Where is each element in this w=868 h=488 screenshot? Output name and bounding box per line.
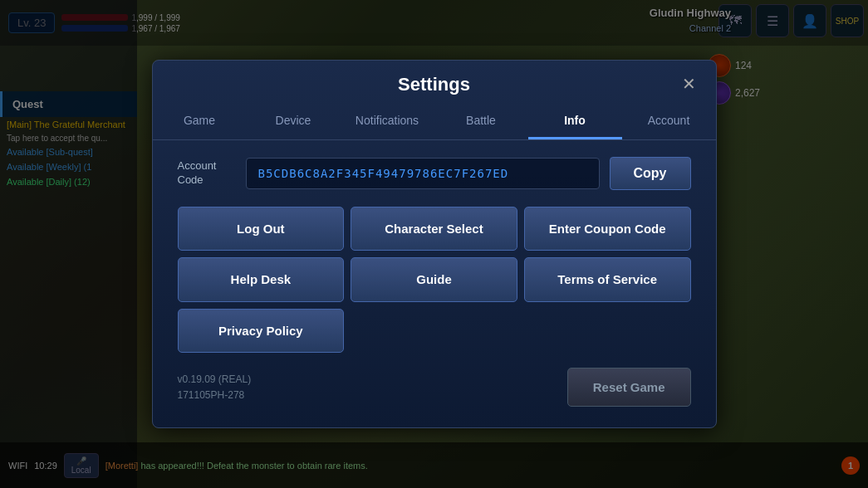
account-code-row: Account Code B5CDB6C8A2F345F49479786EC7F… xyxy=(178,157,691,190)
character-select-button[interactable]: Character Select xyxy=(351,207,517,251)
action-buttons-row2: Help Desk Guide Terms of Service Privacy… xyxy=(178,257,691,353)
version-line2: 171105PH-278 xyxy=(178,388,252,403)
close-button[interactable]: ✕ xyxy=(676,71,703,97)
tab-info[interactable]: Info xyxy=(528,104,622,139)
tab-battle[interactable]: Battle xyxy=(434,104,528,139)
tab-notifications[interactable]: Notifications xyxy=(341,104,434,139)
version-line1: v0.19.09 (REAL) xyxy=(178,372,252,388)
modal-content: Account Code B5CDB6C8A2F345F49479786EC7F… xyxy=(153,140,716,428)
tab-account[interactable]: Account xyxy=(622,104,716,139)
account-code-value[interactable]: B5CDB6C8A2F345F49479786EC7F267ED xyxy=(246,158,600,189)
tab-device[interactable]: Device xyxy=(247,104,341,139)
tab-game[interactable]: Game xyxy=(153,104,247,139)
settings-modal: Settings ✕ Game Device Notifications Bat… xyxy=(152,60,717,429)
modal-header: Settings ✕ xyxy=(153,61,716,95)
modal-title: Settings xyxy=(398,74,470,95)
log-out-button[interactable]: Log Out xyxy=(178,207,345,251)
reset-game-button[interactable]: Reset Game xyxy=(567,368,691,407)
help-desk-button[interactable]: Help Desk xyxy=(178,257,345,302)
guide-button[interactable]: Guide xyxy=(351,257,517,302)
copy-button[interactable]: Copy xyxy=(610,157,691,190)
account-code-label: Account Code xyxy=(178,159,236,188)
modal-overlay: Settings ✕ Game Device Notifications Bat… xyxy=(0,0,868,488)
enter-coupon-code-button[interactable]: Enter Coupon Code xyxy=(524,207,691,251)
action-buttons-row1: Log Out Character Select Enter Coupon Co… xyxy=(178,207,691,251)
terms-of-service-button[interactable]: Terms of Service xyxy=(524,257,691,302)
bottom-row: v0.19.09 (REAL) 171105PH-278 Reset Game xyxy=(178,368,691,407)
modal-tabs: Game Device Notifications Battle Info Ac… xyxy=(153,104,716,140)
version-info: v0.19.09 (REAL) 171105PH-278 xyxy=(178,372,252,403)
privacy-policy-button[interactable]: Privacy Policy xyxy=(178,309,345,354)
